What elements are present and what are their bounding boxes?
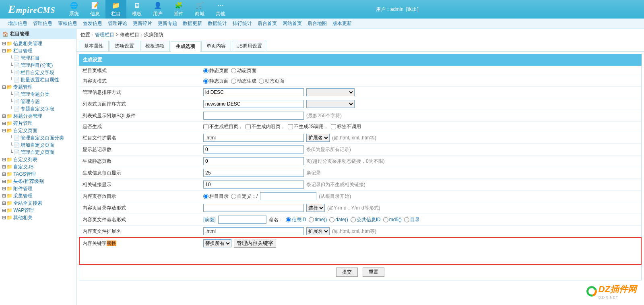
radio-naming-md5[interactable]: md5() [383, 217, 402, 222]
topnav-插件[interactable]: 🧩插件 [168, 0, 189, 19]
tree-item-管理自定义页面[interactable]: 管理自定义页面 [21, 149, 54, 155]
chk-no-column-page[interactable]: 不生成栏目页， [203, 123, 243, 130]
tab-模板选项[interactable]: 模板选项 [140, 41, 170, 51]
radio-dynamic-page[interactable]: 动态页面 [231, 67, 256, 74]
chk-no-tag[interactable]: 标签不调用 [331, 123, 361, 130]
subnav-更新碎片[interactable]: 更新碎片 [133, 20, 152, 27]
topnav-商城[interactable]: 🛒商城 [189, 0, 210, 19]
tree-toggle[interactable]: ⊞ [2, 40, 6, 47]
tree-item-增加自定义页面[interactable]: 增加自定义页面 [21, 142, 54, 148]
tree-item-WAP管理[interactable]: WAP管理 [13, 207, 34, 213]
radio-naming-infoid[interactable]: 信息ID [286, 216, 306, 223]
chk-no-content-page[interactable]: 不生成内容页， [246, 123, 285, 130]
topnav-其他[interactable]: ⋯其他 [210, 0, 231, 19]
select-keyword-replace[interactable]: 替换所有 [203, 239, 231, 247]
tree-item-栏目自定义字段[interactable]: 栏目自定义字段 [21, 70, 54, 75]
radio-content-static[interactable]: 静态页面 [203, 78, 229, 85]
tab-选项设置[interactable]: 选项设置 [109, 41, 139, 51]
logout-link[interactable]: [退出] [406, 6, 419, 12]
radio-naming-date[interactable]: date() [329, 217, 348, 222]
reset-button[interactable]: 重置 [363, 268, 384, 277]
select-store-format[interactable]: 选择 [306, 204, 325, 212]
input-content-ext[interactable] [203, 227, 304, 235]
tree-item-自定义列表[interactable]: 自定义列表 [13, 157, 37, 162]
subnav-审核信息[interactable]: 审核信息 [58, 20, 77, 27]
tree-item-专题自定义字段[interactable]: 专题自定义字段 [21, 106, 54, 112]
tree-toggle[interactable]: ⊟ [2, 127, 6, 134]
submit-button[interactable]: 提交 [336, 268, 358, 277]
topnav-栏目[interactable]: 📁栏目 [105, 0, 126, 19]
radio-content-dyngen[interactable]: 动态生成 [231, 78, 256, 85]
subnav-后台地图[interactable]: 后台地图 [308, 20, 327, 27]
tree-item-头条/推荐级别[interactable]: 头条/推荐级别 [13, 178, 43, 184]
chk-no-js[interactable]: 不生成JS调用， [288, 123, 328, 130]
tree-item-管理专题[interactable]: 管理专题 [21, 99, 40, 104]
radio-static-page[interactable]: 静态页面 [203, 67, 229, 74]
select-content-ext[interactable]: 扩展名 [306, 227, 330, 235]
tree-toggle[interactable]: ⊞ [2, 214, 6, 221]
tree-item-栏目管理[interactable]: 栏目管理 [13, 48, 33, 54]
input-related-links[interactable] [203, 181, 304, 189]
radio-dir-custom[interactable]: 自定义：/ [231, 193, 258, 200]
tree-item-自定义JS[interactable]: 自定义JS [13, 164, 33, 170]
tree-item-采集管理[interactable]: 采集管理 [13, 193, 33, 199]
select-column-ext[interactable]: 扩展名 [306, 134, 330, 142]
tree-item-管理栏目[interactable]: 管理栏目 [21, 55, 40, 61]
input-sql-condition[interactable] [203, 112, 304, 120]
tree-toggle[interactable]: ⊞ [2, 207, 6, 214]
subnav-管理评论[interactable]: 管理评论 [108, 20, 127, 27]
input-naming-prefix[interactable] [218, 216, 266, 224]
subnav-版本更新[interactable]: 版本更新 [332, 20, 352, 27]
tree-item-附件管理[interactable]: 附件管理 [13, 186, 33, 191]
radio-naming-time[interactable]: time() [309, 217, 327, 222]
tree-item-批量设置栏目属性[interactable]: 批量设置栏目属性 [21, 77, 59, 83]
topnav-系统[interactable]: 🌐系统 [64, 0, 85, 19]
subnav-更新专题[interactable]: 更新专题 [158, 20, 177, 27]
tree-toggle[interactable]: ⊞ [2, 112, 6, 120]
tree-item-信息相关管理[interactable]: 信息相关管理 [13, 41, 42, 46]
subnav-数据统计[interactable]: 数据统计 [208, 20, 227, 27]
tree-toggle[interactable]: ⊟ [2, 83, 6, 91]
subnav-网站首页[interactable]: 网站首页 [283, 20, 302, 27]
manage-keywords-button[interactable]: 管理内容关键字 [234, 239, 276, 248]
input-column-ext[interactable] [203, 134, 304, 142]
input-order-list[interactable] [203, 100, 304, 108]
topnav-用户[interactable]: 👤用户 [147, 0, 168, 19]
radio-naming-pubid[interactable]: 公共信息ID [351, 216, 381, 223]
user-name-link[interactable]: admin [390, 6, 404, 12]
tree-item-其他相关[interactable]: 其他相关 [13, 215, 33, 220]
select-order-manage[interactable] [306, 88, 355, 96]
tree-item-专题管理[interactable]: 专题管理 [13, 84, 33, 90]
tab-JS调用设置[interactable]: JS调用设置 [232, 41, 267, 51]
crumb-manage-link[interactable]: 管理栏目 [95, 32, 114, 37]
tree-toggle[interactable]: ⊞ [2, 170, 6, 178]
subnav-后台首页[interactable]: 后台首页 [258, 20, 277, 27]
subnav-管理信息[interactable]: 管理信息 [33, 20, 52, 27]
tree-toggle[interactable]: ⊞ [2, 199, 6, 207]
radio-naming-dir[interactable]: 目录 [404, 216, 420, 223]
tree-toggle[interactable]: ⊞ [2, 192, 6, 199]
topnav-模板[interactable]: 🖥模板 [126, 0, 147, 19]
tree-toggle[interactable]: ⊞ [2, 163, 6, 170]
tree-item-管理自定义页面分类[interactable]: 管理自定义页面分类 [21, 135, 64, 141]
tree-item-管理栏目(分页)[interactable]: 管理栏目(分页) [21, 62, 53, 68]
select-order-list[interactable] [306, 100, 355, 108]
input-order-manage[interactable] [203, 88, 304, 96]
tree-item-全站全文搜索[interactable]: 全站全文搜索 [13, 200, 42, 206]
tree-item-自定义页面[interactable]: 自定义页面 [13, 128, 37, 133]
tab-生成选项[interactable]: 生成选项 [171, 41, 200, 52]
tree-toggle[interactable]: ⊞ [2, 185, 6, 192]
tab-基本属性[interactable]: 基本属性 [79, 41, 109, 51]
topnav-信息[interactable]: 📝信息 [85, 0, 105, 19]
input-static-pages[interactable] [203, 157, 304, 165]
input-total-records[interactable] [203, 145, 304, 154]
tree-toggle[interactable]: ⊞ [2, 156, 6, 163]
subnav-数据更新[interactable]: 数据更新 [183, 20, 202, 27]
radio-dir-column[interactable]: 栏目目录 [203, 193, 229, 200]
tree-item-管理专题分类[interactable]: 管理专题分类 [21, 91, 50, 97]
tree-item-标题分类管理[interactable]: 标题分类管理 [13, 113, 42, 119]
tree-toggle[interactable]: ⊟ [2, 47, 6, 54]
subnav-增加信息[interactable]: 增加信息 [8, 20, 27, 27]
tree-item-TAGS管理[interactable]: TAGS管理 [13, 171, 36, 177]
input-store-format[interactable] [203, 204, 304, 212]
